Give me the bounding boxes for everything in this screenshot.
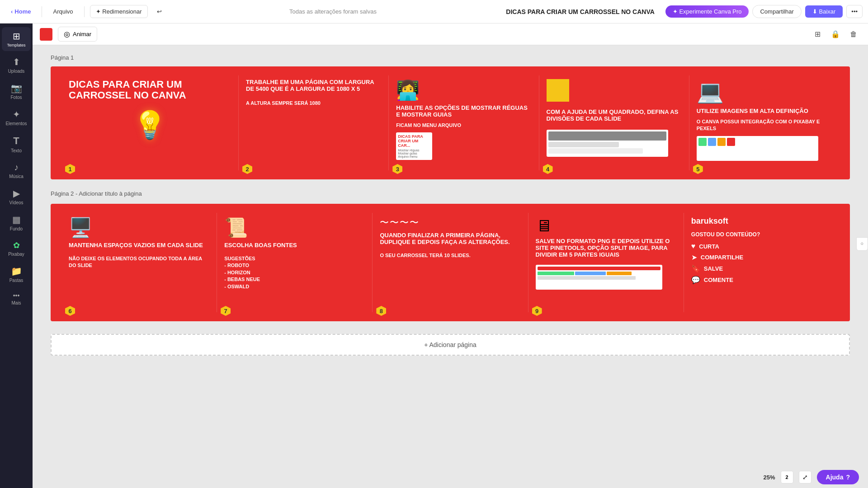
mais-icon: •••: [13, 292, 20, 299]
top-navigation: ‹ Home Arquivo ✦ Redimensionar ↩ Todas a…: [0, 0, 868, 23]
expand-button[interactable]: ⤢: [799, 471, 811, 483]
salve-label: SALVE: [704, 265, 723, 272]
trash-icon-btn[interactable]: 🗑: [846, 27, 861, 42]
slide-section-1: DICAS PARA CRIAR UM CARROSSEL NO CANVA 💡…: [61, 75, 239, 170]
share-page-btn[interactable]: ↗: [837, 188, 850, 201]
slide-section-5: 💻 UTILIZE IMAGENS EM ALTA DEFINIÇÃO O CA…: [689, 75, 839, 170]
section-6-title: MANTENHA ESPAÇOS VAZIOS EM CADA SLIDE: [69, 242, 209, 249]
feedback-button[interactable]: ○: [856, 237, 868, 251]
trash-icon: 🗑: [850, 30, 857, 38]
page-1-label: Página 1: [51, 54, 74, 61]
help-button[interactable]: Ajuda ?: [817, 470, 859, 484]
slide-2-inner: 🖥️ MANTENHA ESPAÇOS VAZIOS EM CADA SLIDE…: [51, 204, 850, 321]
lock-icon-btn[interactable]: 🔒: [828, 27, 843, 42]
section-5-screen: [697, 136, 818, 161]
feedback-area: ○: [856, 237, 868, 251]
sidebar-item-videos[interactable]: ▶ Vídeos: [2, 184, 31, 209]
sidebar-label-pixabay: Pixabay: [8, 252, 24, 257]
section-6-blackboard: 🖥️: [69, 216, 209, 239]
baruksoft-label: baruksoft: [691, 216, 832, 226]
section-4-title: COM A AJUDA DE UM QUADRADO, DEFINA AS DI…: [547, 109, 682, 122]
sidebar-item-fotos[interactable]: 📷 Fotos: [2, 79, 31, 103]
section-7-text: SUGESTÕES - ROBOTO - HORIZON - BEBAS NEU…: [224, 255, 365, 290]
sidebar-item-uploads[interactable]: ⬆ Uploads: [2, 53, 31, 77]
templates-icon: ⊞: [13, 31, 20, 42]
sidebar-label-elementos: Elementos: [5, 121, 27, 126]
sidebar-item-templates[interactable]: ⊞ Templates: [2, 27, 31, 51]
add-page-icon-btn[interactable]: ⊕: [760, 188, 773, 201]
sidebar-item-texto[interactable]: T Texto: [2, 131, 31, 157]
section-number-6: 6: [65, 306, 75, 316]
monitor-icon: 🖥: [536, 216, 552, 235]
sidebar-item-pixabay[interactable]: ✿ Pixabay: [2, 237, 31, 260]
fotos-icon: 📷: [11, 83, 22, 94]
laptop-icon: 💻: [697, 80, 724, 103]
add-page-button[interactable]: + Adicionar página: [51, 334, 850, 356]
page-2-label: Página 2 - Adicionar título à página: [51, 190, 142, 197]
scroll-icon: 📜: [224, 217, 248, 238]
undo-button[interactable]: ↩: [151, 5, 167, 18]
section-3-mockscreen: DICAS PARA CRIAR UM CAR... Mostrar régua…: [396, 132, 531, 160]
section-6-text: NÃO DEIXE OS ELEMENTOS OCUPANDO TODA A Á…: [69, 255, 209, 269]
sidebar-label-mais: Mais: [11, 300, 21, 305]
social-item-compartilhe: ➤ COMPARTILHE: [691, 253, 832, 262]
musica-icon: ♪: [14, 162, 19, 173]
pages-count-button[interactable]: 2: [781, 471, 793, 483]
slide-section-2: TRABALHE EM UMA PÁGINA COM LARGURA DE 54…: [239, 75, 389, 170]
animate-button[interactable]: ◎ Animar: [58, 27, 97, 42]
move-down-btn[interactable]: ▼: [791, 188, 804, 201]
saved-status: Todas as alterações foram salvas: [171, 8, 495, 15]
lock-icon: 🔒: [831, 30, 840, 38]
divider-1: [42, 6, 42, 17]
home-button[interactable]: ‹ Home: [5, 5, 36, 18]
animate-label: Animar: [73, 31, 91, 38]
sidebar-item-musica[interactable]: ♪ Música: [2, 159, 31, 183]
help-label: Ajuda: [826, 474, 844, 481]
copy-page-btn[interactable]: ⧉: [807, 188, 819, 201]
share-button[interactable]: Compartilhar: [752, 5, 801, 18]
arquivo-button[interactable]: Arquivo: [47, 5, 78, 18]
section-8-wave: 〜〜〜〜: [380, 216, 520, 229]
more-button[interactable]: •••: [846, 5, 863, 18]
section-7-scroll: 📜: [224, 216, 365, 239]
section-1-title: DICAS PARA CRIAR UM CARROSSEL NO CANVA: [69, 79, 231, 101]
fundo-icon: ▦: [12, 214, 21, 225]
animate-icon: ◎: [64, 30, 70, 38]
section-8-title: QUANDO FINALIZAR A PRIMEIRA PÁGINA, DUPL…: [380, 232, 520, 246]
sidebar-item-fundo[interactable]: ▦ Fundo: [2, 211, 31, 235]
slide-1[interactable]: DICAS PARA CRIAR UM CARROSSEL NO CANVA 💡…: [51, 66, 850, 179]
section-4-screen: [547, 130, 668, 157]
social-item-comente: 💬 COMENTE: [691, 276, 832, 284]
sidebar-label-fotos: Fotos: [10, 95, 22, 100]
section-5-text: O CANVA POSSUI INTEGRAÇÃO COM O PIXABAY …: [697, 118, 832, 132]
section-4-top: [547, 79, 682, 105]
download-button[interactable]: ⬇ Baixar: [805, 5, 843, 18]
slide-section-8: 〜〜〜〜 QUANDO FINALIZAR A PRIMEIRA PÁGINA,…: [373, 213, 528, 312]
color-picker[interactable]: [40, 28, 52, 41]
sidebar-item-elementos[interactable]: ✦ Elementos: [2, 105, 31, 130]
section-7-title: ESCOLHA BOAS FONTES: [224, 242, 365, 249]
grid-icon-btn[interactable]: ⊞: [810, 27, 825, 42]
bookmark-icon: 🔖: [691, 264, 700, 273]
delete-page-btn[interactable]: 🗑: [822, 188, 835, 201]
comment-icon: 💬: [691, 276, 700, 284]
sidebar-item-pastas[interactable]: 📁 Pastas: [2, 262, 31, 286]
sidebar-label-pastas: Pastas: [9, 278, 24, 283]
pro-button[interactable]: ✦ Experimente Canva Pro: [665, 5, 749, 18]
bulb-container: 💡: [69, 109, 231, 141]
slide-2[interactable]: 🖥️ MANTENHA ESPAÇOS VAZIOS EM CADA SLIDE…: [51, 204, 850, 321]
slide-section-6: 🖥️ MANTENHA ESPAÇOS VAZIOS EM CADA SLIDE…: [61, 213, 217, 312]
sidebar-item-mais[interactable]: ••• Mais: [2, 288, 31, 309]
section-3-top: 👩‍💻: [396, 79, 531, 101]
pastas-icon: 📁: [11, 266, 22, 277]
bottom-spacer: [51, 365, 850, 386]
section-5-title: UTILIZE IMAGENS EM ALTA DEFINIÇÃO: [697, 108, 832, 115]
sidebar-label-templates: Templates: [7, 43, 25, 47]
resize-button[interactable]: ✦ Redimensionar: [90, 5, 148, 18]
bulb-icon: 💡: [133, 109, 167, 141]
move-up-btn[interactable]: ▲: [776, 188, 788, 201]
pixabay-icon: ✿: [13, 240, 20, 250]
help-question-icon: ?: [846, 474, 850, 481]
expand-icon: ⤢: [802, 474, 808, 481]
slide-section-4: COM A AJUDA DE UM QUADRADO, DEFINA AS DI…: [539, 75, 689, 170]
